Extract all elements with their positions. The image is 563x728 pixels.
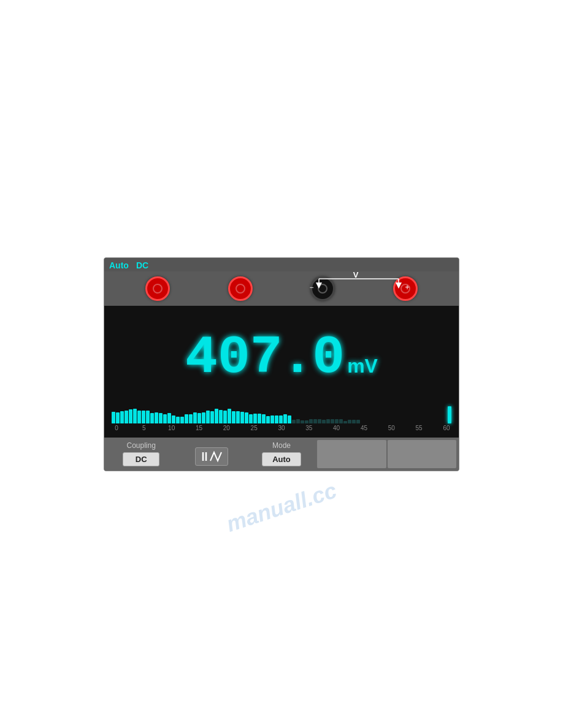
digit-1: 4: [185, 331, 215, 385]
bar-tick: [159, 413, 163, 423]
bar-tick: [189, 414, 193, 423]
bar-tick: [240, 412, 244, 423]
bar-tick: [206, 411, 210, 423]
terminals-row: [104, 271, 459, 306]
bar-tick: [150, 413, 154, 423]
coupling-group: Coupling DC: [107, 440, 175, 468]
dc-label: DC: [136, 260, 148, 270]
bar-tick: [322, 420, 326, 423]
bar-tick: [215, 409, 218, 423]
wave-icon: [201, 450, 223, 463]
unit-label: mV: [347, 355, 378, 377]
coupling-label: Coupling: [124, 440, 158, 451]
auto-label: Auto: [109, 260, 129, 270]
terminal-2: [228, 276, 253, 301]
bar-tick: [249, 414, 253, 423]
bar-tick: [292, 420, 296, 423]
bar-tick: [155, 412, 158, 423]
bar-tick: [228, 409, 231, 423]
bar-tick: [331, 419, 334, 423]
digit-4: 0: [312, 331, 342, 385]
bar-tick: [185, 414, 188, 423]
bar-tick: [356, 420, 360, 423]
bar-tick: [275, 415, 278, 423]
bar-tick: [245, 412, 248, 423]
wave-group: [177, 440, 245, 468]
bar-tick: [301, 420, 304, 423]
bar-tick: [270, 415, 274, 423]
bar-tick: [129, 409, 132, 423]
controls-row: Coupling DC Mode Auto: [104, 438, 459, 471]
bar-tick: [339, 419, 343, 423]
bar-tick: [163, 414, 167, 423]
wave-button[interactable]: [195, 447, 228, 466]
terminal-4-plus: [393, 276, 418, 301]
terminal-3-minus: [310, 276, 335, 301]
bar-tick: [176, 417, 180, 423]
bar-tick: [253, 414, 257, 423]
mode-button[interactable]: Auto: [262, 452, 301, 466]
bar-tick: [232, 411, 236, 423]
bar-tick: [167, 413, 171, 423]
bar-tick: [318, 419, 321, 423]
bar-tick: [146, 411, 150, 423]
empty-slot-1: [317, 440, 386, 468]
bar-tick: [288, 415, 291, 423]
bar-tick: [172, 415, 175, 423]
empty-slot-2: [388, 440, 456, 468]
bar-tick: [120, 411, 124, 423]
bar-tick: [116, 412, 120, 423]
digit-3: 7: [250, 331, 280, 385]
bar-tick: [313, 419, 317, 423]
terminal-1: [145, 276, 170, 301]
reading-display: 4 0 7 . 0 mV: [185, 331, 378, 385]
bar-tick: [296, 419, 300, 423]
mode-label: Mode: [270, 440, 293, 451]
bar-tick: [197, 413, 201, 423]
bar-tick: [335, 419, 339, 423]
bar-tick: [309, 419, 313, 423]
decimal-point: .: [282, 331, 312, 385]
bar-tick: [352, 420, 356, 423]
bar-tick: [262, 414, 266, 423]
bar-tick: [193, 412, 197, 423]
instrument-panel: Auto DC V − +: [104, 257, 459, 471]
bar-tick: [326, 419, 330, 423]
bar-tick: [223, 411, 227, 423]
bar-tick: [210, 411, 214, 423]
bar-tick: [133, 409, 137, 423]
bar-meter-section: 0 5 10 15 20 25 30 35 40 45 50 55 60: [104, 404, 459, 438]
top-labels-row: Auto DC: [104, 258, 459, 271]
bar-tick: [258, 414, 261, 423]
main-display: 4 0 7 . 0 mV: [104, 306, 459, 404]
bar-tick: [343, 421, 347, 423]
coupling-button[interactable]: DC: [123, 452, 159, 466]
digit-2: 0: [218, 331, 248, 385]
bar-tick: [266, 416, 270, 423]
bar-tick: [236, 411, 240, 423]
bar-tick: [283, 414, 287, 423]
bar-tick: [219, 410, 223, 423]
bar-tick: [180, 417, 184, 423]
mode-group: Mode Auto: [247, 440, 316, 468]
bar-tick: [202, 412, 205, 423]
watermark: manuall.cc: [223, 477, 340, 537]
bar-tick: [137, 411, 141, 423]
terminal-section: V − +: [104, 271, 459, 306]
bar-tick: [305, 420, 308, 423]
bar-tick: [124, 411, 128, 423]
bar-scale: 0 5 10 15 20 25 30 35 40 45 50 55 60: [112, 423, 451, 433]
bar-tick: [279, 415, 283, 423]
bar-meter: [112, 406, 451, 423]
bar-tick: [112, 412, 115, 423]
peak-bar: [448, 406, 451, 423]
bar-tick: [142, 411, 145, 423]
bar-tick: [348, 420, 351, 423]
